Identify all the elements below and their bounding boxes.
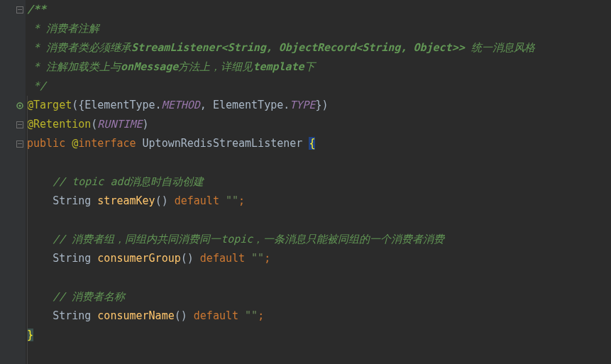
fold-icon[interactable]	[16, 121, 24, 129]
code-line[interactable]: * 注解加载类上与onMessage方法上，详细见template下	[27, 57, 611, 77]
punct: ()	[175, 309, 187, 322]
punct: ()	[181, 252, 194, 265]
punct: (	[91, 118, 97, 131]
code-line[interactable]: * 消费者注解	[27, 19, 611, 38]
code-editor[interactable]: /** * 消费者注解 * 消费者类必须继承StreamListener<Str…	[0, 0, 611, 364]
string-literal: ""	[245, 309, 258, 322]
code-line[interactable]: }	[27, 326, 611, 345]
code-line[interactable]: // 消费者名称	[27, 287, 611, 307]
punct: ;	[264, 252, 270, 265]
type-ref: String	[53, 309, 97, 322]
keyword: default	[194, 252, 251, 265]
javadoc-ref: StreamListener	[131, 41, 221, 54]
editor-gutter	[0, 0, 26, 364]
code-content[interactable]: /** * 消费者注解 * 消费者类必须继承StreamListener<Str…	[26, 0, 611, 364]
open-brace: {	[309, 137, 315, 150]
enum-const: RUNTIME	[97, 118, 142, 131]
implements-icon[interactable]	[16, 101, 24, 110]
type-ref: String	[53, 194, 97, 207]
close-brace: }	[27, 329, 33, 341]
code-line[interactable]	[27, 211, 611, 230]
line-comment: // topic add消息时自动创建	[53, 175, 204, 188]
code-line[interactable]: @Target({ElementType.METHOD, ElementType…	[27, 96, 611, 115]
code-line[interactable]: String streamKey() default "";	[27, 192, 611, 211]
enum-const: TYPE	[290, 99, 315, 111]
javadoc-text: * 注解加载类上与	[27, 60, 121, 73]
string-literal: ""	[251, 252, 264, 265]
string-literal: ""	[226, 194, 238, 207]
keyword: default	[168, 194, 226, 207]
type-ref: ElementType.	[213, 99, 290, 111]
space	[136, 137, 143, 150]
punct: ;	[258, 309, 264, 322]
annotation: @Target	[27, 99, 72, 111]
javadoc-ref: template	[253, 60, 304, 73]
method-name: streamKey	[97, 194, 155, 207]
keyword: interface	[78, 137, 136, 150]
at-sign: @	[72, 137, 78, 150]
fold-icon[interactable]	[16, 6, 24, 14]
line-comment: // 消费者名称	[53, 290, 125, 303]
type-ref: ElementType.	[84, 99, 161, 111]
code-line[interactable]	[27, 268, 611, 287]
annotation: @Retention	[27, 118, 91, 131]
code-line[interactable]: String consumerGroup() default "";	[27, 249, 611, 268]
punct: ;	[238, 194, 245, 207]
javadoc-text: 下	[304, 60, 315, 73]
punct: ({	[72, 99, 84, 111]
javadoc-text: * 消费者注解	[27, 22, 99, 35]
code-line[interactable]: // topic add消息时自动创建	[27, 172, 611, 192]
type-ref: String	[53, 252, 97, 265]
keyword: public	[27, 137, 72, 150]
interface-name: UptownRedisStreamListener	[143, 137, 303, 150]
indent-guide	[27, 96, 28, 364]
punct: )	[143, 118, 149, 131]
punct: ()	[155, 194, 168, 207]
svg-point-1	[19, 105, 21, 107]
code-line[interactable]: */	[27, 77, 611, 96]
code-line[interactable]: public @interface UptownRedisStreamListe…	[27, 134, 611, 153]
javadoc-text: 统一消息风格	[465, 41, 535, 54]
javadoc-text: */	[27, 79, 46, 92]
code-line[interactable]: * 消费者类必须继承StreamListener<String, ObjectR…	[27, 38, 611, 57]
javadoc-text: /**	[27, 3, 46, 16]
keyword: default	[187, 309, 245, 322]
code-line[interactable]: @Retention(RUNTIME)	[27, 115, 611, 134]
line-comment: // 消费者组，同组内共同消费同一topic，一条消息只能被同组的一个消费者消费	[53, 233, 444, 246]
punct: ,	[200, 99, 213, 111]
javadoc-ref: onMessage	[121, 60, 178, 73]
code-line[interactable]: /**	[27, 0, 611, 19]
method-name: consumerGroup	[97, 252, 180, 265]
javadoc-generic: <String, ObjectRecord<String, Object>>	[221, 41, 465, 54]
code-line[interactable]	[27, 153, 611, 172]
code-line[interactable]: String consumerName() default "";	[27, 307, 611, 326]
punct: })	[315, 99, 328, 111]
enum-const: METHOD	[162, 99, 200, 111]
code-line[interactable]: // 消费者组，同组内共同消费同一topic，一条消息只能被同组的一个消费者消费	[27, 230, 611, 249]
fold-icon[interactable]	[16, 140, 24, 148]
method-name: consumerName	[97, 309, 174, 322]
javadoc-text: * 消费者类必须继承	[27, 41, 131, 54]
javadoc-text: 方法上，详细见	[178, 60, 253, 73]
